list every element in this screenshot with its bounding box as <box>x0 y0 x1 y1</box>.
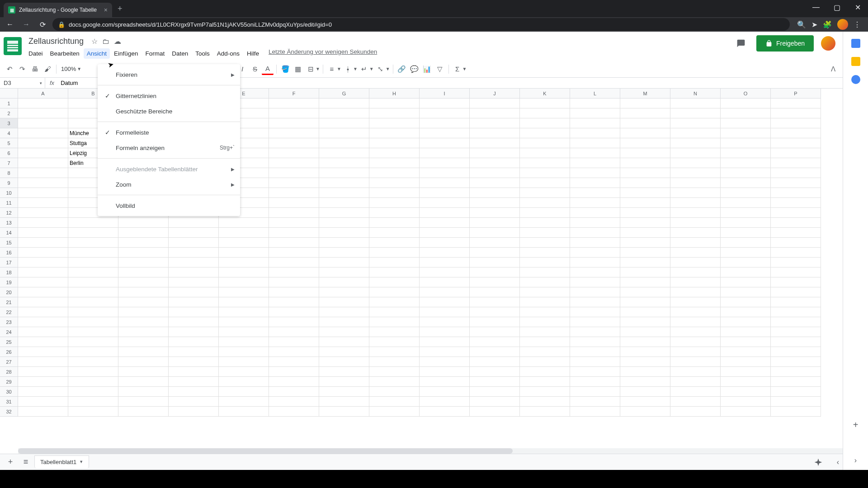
cell[interactable] <box>570 297 620 307</box>
chevron-down-icon[interactable]: ▼ <box>386 66 390 71</box>
cell[interactable] <box>721 337 771 347</box>
cell[interactable] <box>570 218 620 228</box>
cell[interactable] <box>570 407 620 417</box>
cell[interactable] <box>169 407 219 417</box>
cell[interactable] <box>420 387 470 397</box>
cell[interactable] <box>18 367 68 377</box>
cell[interactable] <box>369 228 420 238</box>
print-button[interactable]: 🖶 <box>29 63 41 75</box>
cell[interactable] <box>470 277 520 287</box>
cell[interactable] <box>269 168 319 178</box>
cell[interactable] <box>420 168 470 178</box>
insert-link-button[interactable]: 🔗 <box>396 63 408 75</box>
cell[interactable] <box>319 208 369 218</box>
cell[interactable] <box>219 258 269 267</box>
cell[interactable] <box>269 178 319 188</box>
cell[interactable] <box>18 168 68 178</box>
cell[interactable] <box>771 367 821 377</box>
all-sheets-button[interactable]: ≡ <box>19 455 33 469</box>
cell[interactable] <box>18 377 68 387</box>
cell[interactable] <box>319 297 369 307</box>
cell[interactable] <box>319 108 369 118</box>
cell[interactable] <box>570 317 620 327</box>
cell[interactable] <box>369 327 420 337</box>
row-header[interactable]: 10 <box>0 188 18 198</box>
cell[interactable] <box>670 277 721 287</box>
cell[interactable] <box>369 307 420 317</box>
cell[interactable] <box>68 287 118 297</box>
cell[interactable] <box>570 108 620 118</box>
menu-option[interactable]: Fixieren▶ <box>98 67 240 82</box>
cell[interactable] <box>721 138 771 148</box>
cell[interactable] <box>520 238 570 248</box>
cell[interactable] <box>269 158 319 168</box>
undo-button[interactable]: ↶ <box>4 63 15 75</box>
cell[interactable] <box>520 208 570 218</box>
cell[interactable] <box>721 99 771 108</box>
cell[interactable] <box>670 337 721 347</box>
cell[interactable] <box>520 148 570 158</box>
cell[interactable] <box>570 397 620 407</box>
collapse-toolbar-button[interactable]: ᐱ <box>827 63 839 75</box>
cell[interactable] <box>470 238 520 248</box>
cell[interactable] <box>420 188 470 198</box>
cell[interactable] <box>269 377 319 387</box>
row-header[interactable]: 16 <box>0 248 18 258</box>
cell[interactable] <box>18 228 68 238</box>
cell[interactable] <box>520 317 570 327</box>
extensions-icon[interactable]: 🧩 <box>823 20 832 29</box>
cell[interactable] <box>118 357 169 367</box>
cell[interactable] <box>68 327 118 337</box>
calendar-icon[interactable] <box>851 39 860 48</box>
menu-option[interactable]: ✓Formelleiste <box>98 125 240 140</box>
cell[interactable] <box>771 377 821 387</box>
cell[interactable] <box>319 178 369 188</box>
row-header[interactable]: 15 <box>0 238 18 248</box>
cell[interactable] <box>520 118 570 128</box>
cell[interactable] <box>169 367 219 377</box>
forward-button[interactable]: → <box>20 18 33 31</box>
cell[interactable] <box>470 158 520 168</box>
cell[interactable] <box>420 198 470 208</box>
cell[interactable] <box>118 297 169 307</box>
cell[interactable] <box>169 347 219 357</box>
cell[interactable] <box>369 277 420 287</box>
cell[interactable] <box>721 168 771 178</box>
cell[interactable] <box>319 287 369 297</box>
strikethrough-button[interactable]: S <box>249 63 261 75</box>
cell[interactable] <box>570 188 620 198</box>
menu-option[interactable]: Vollbild <box>98 198 240 213</box>
cell[interactable] <box>771 277 821 287</box>
cell[interactable] <box>771 128 821 138</box>
cell[interactable] <box>620 138 670 148</box>
cell[interactable] <box>771 158 821 168</box>
menu-item-format[interactable]: Format <box>142 48 168 59</box>
filter-button[interactable]: ▽ <box>434 63 446 75</box>
cell[interactable] <box>369 208 420 218</box>
insert-comment-button[interactable]: 💬 <box>409 63 420 75</box>
cell[interactable] <box>269 248 319 258</box>
cell[interactable] <box>269 99 319 108</box>
cell[interactable] <box>369 267 420 277</box>
cell[interactable] <box>118 327 169 337</box>
hide-side-panel-button[interactable]: › <box>854 456 857 470</box>
cell[interactable] <box>18 128 68 138</box>
cell[interactable] <box>319 397 369 407</box>
cell[interactable] <box>420 307 470 317</box>
cell[interactable] <box>520 258 570 267</box>
cell[interactable] <box>169 248 219 258</box>
cell[interactable] <box>18 327 68 337</box>
menu-item-tools[interactable]: Tools <box>192 48 213 59</box>
cell[interactable] <box>620 347 670 357</box>
cell[interactable] <box>721 407 771 417</box>
cell[interactable] <box>721 317 771 327</box>
cell[interactable] <box>319 158 369 168</box>
cell[interactable] <box>68 337 118 347</box>
cell[interactable] <box>269 148 319 158</box>
menu-item-datei[interactable]: Datei <box>25 48 46 59</box>
cell[interactable] <box>420 327 470 337</box>
cell[interactable] <box>721 327 771 337</box>
menu-item-add-ons[interactable]: Add-ons <box>214 48 243 59</box>
cell[interactable] <box>319 248 369 258</box>
row-header[interactable]: 19 <box>0 277 18 287</box>
